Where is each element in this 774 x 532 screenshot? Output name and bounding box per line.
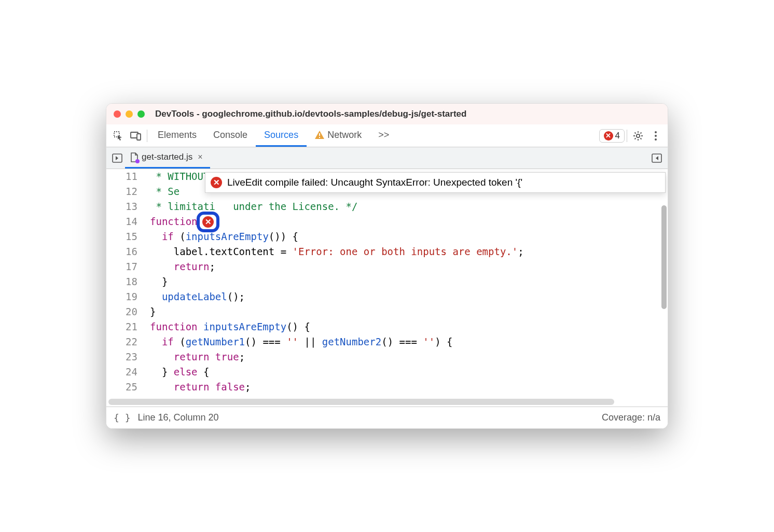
code-line[interactable]: function inputsAreEmpty() {	[150, 319, 668, 334]
code-line[interactable]: function	[150, 214, 668, 229]
error-icon: ✕	[604, 131, 613, 141]
scrollbar-thumb[interactable]	[108, 399, 614, 405]
scrollbar-thumb[interactable]	[661, 205, 667, 309]
device-toolbar-icon[interactable]	[127, 127, 145, 145]
line-number-gutter: 111213141516171819202122232425	[106, 169, 148, 397]
editor: 111213141516171819202122232425 * WITHOUT…	[106, 169, 668, 397]
code-content[interactable]: * WITHOUT WARRANTIES OR CONDITIONS OF AN…	[148, 169, 668, 397]
file-tab-name: get-started.js	[142, 152, 192, 162]
line-number[interactable]: 25	[106, 380, 137, 395]
tab-label: Network	[327, 130, 362, 141]
close-tab-icon[interactable]: ×	[196, 152, 204, 162]
code-line[interactable]: updateLabel();	[150, 289, 668, 304]
tab-network[interactable]: Network	[307, 124, 370, 147]
window-title: DevTools - googlechrome.github.io/devtoo…	[155, 109, 466, 119]
close-window-button[interactable]	[114, 110, 121, 118]
line-number[interactable]: 11	[106, 169, 137, 184]
line-number[interactable]: 20	[106, 304, 137, 319]
error-marker-highlight: ✕	[197, 212, 219, 232]
code-line[interactable]: if (getNumber1() === '' || getNumber2() …	[150, 334, 668, 349]
traffic-lights	[114, 110, 145, 118]
file-tab-bar: get-started.js ×	[106, 147, 668, 169]
file-tab[interactable]: get-started.js ×	[125, 147, 210, 169]
line-number[interactable]: 15	[106, 229, 137, 244]
titlebar: DevTools - googlechrome.github.io/devtoo…	[106, 104, 668, 124]
pretty-print-icon[interactable]: { }	[114, 412, 131, 423]
devtools-window: DevTools - googlechrome.github.io/devtoo…	[106, 103, 668, 429]
tab-more[interactable]: >>	[370, 124, 397, 147]
maximize-window-button[interactable]	[137, 110, 145, 118]
separator	[627, 130, 627, 142]
line-number[interactable]: 16	[106, 244, 137, 259]
code-line[interactable]: return false;	[150, 380, 668, 395]
code-line[interactable]: return true;	[150, 349, 668, 365]
line-number[interactable]: 18	[106, 274, 137, 289]
horizontal-scrollbar[interactable]	[106, 397, 668, 407]
error-icon: ✕	[211, 177, 222, 188]
coverage-status: Coverage: n/a	[602, 412, 660, 423]
line-number[interactable]: 24	[106, 365, 137, 380]
code-line[interactable]: } else {	[150, 365, 668, 380]
warning-icon	[315, 131, 324, 139]
line-number[interactable]: 19	[106, 289, 137, 304]
error-count: 4	[615, 131, 620, 141]
tab-elements[interactable]: Elements	[149, 124, 205, 147]
code-line[interactable]: }	[150, 304, 668, 319]
settings-icon[interactable]	[629, 127, 647, 145]
code-editor[interactable]: 111213141516171819202122232425 * WITHOUT…	[106, 169, 668, 397]
show-navigator-icon[interactable]	[109, 150, 125, 166]
svg-point-8	[655, 138, 657, 141]
modified-dot-icon	[135, 159, 140, 163]
file-icon	[130, 152, 139, 162]
tab-sources[interactable]: Sources	[256, 124, 307, 147]
svg-point-5	[637, 134, 640, 137]
svg-rect-2	[137, 134, 141, 140]
inspect-element-icon[interactable]	[109, 127, 127, 145]
error-tooltip: ✕ LiveEdit compile failed: Uncaught Synt…	[205, 172, 666, 193]
panel-tabs: Elements Console Sources Network >>	[149, 124, 397, 147]
svg-point-6	[655, 131, 657, 133]
line-number[interactable]: 21	[106, 319, 137, 334]
tab-console[interactable]: Console	[205, 124, 256, 147]
code-line[interactable]: label.textContent = 'Error: one or both …	[150, 244, 668, 259]
error-icon: ✕	[202, 216, 214, 228]
kebab-menu-icon[interactable]	[647, 127, 665, 145]
code-line[interactable]: * limitati under the License. */	[150, 199, 668, 214]
more-tabs-label: >>	[378, 130, 389, 141]
line-number[interactable]: 12	[106, 184, 137, 199]
show-debugger-icon[interactable]	[649, 150, 665, 166]
code-line[interactable]: }	[150, 274, 668, 289]
separator	[147, 130, 147, 142]
svg-point-7	[655, 135, 657, 137]
error-tooltip-text: LiveEdit compile failed: Uncaught Syntax…	[227, 177, 522, 188]
minimize-window-button[interactable]	[126, 110, 133, 118]
code-line[interactable]: if (inputsAreEmpty()) {	[150, 229, 668, 244]
main-toolbar: Elements Console Sources Network >> ✕ 4	[106, 124, 668, 147]
line-number[interactable]: 23	[106, 349, 137, 365]
tab-label: Sources	[264, 130, 298, 141]
line-number[interactable]: 17	[106, 259, 137, 274]
tab-label: Elements	[158, 130, 197, 141]
svg-rect-4	[319, 137, 320, 138]
tab-label: Console	[213, 130, 247, 141]
status-bar: { } Line 16, Column 20 Coverage: n/a	[106, 407, 668, 428]
line-number[interactable]: 13	[106, 199, 137, 214]
line-number[interactable]: 14	[106, 214, 137, 229]
vertical-scrollbar[interactable]	[660, 169, 668, 397]
code-line[interactable]: return;	[150, 259, 668, 274]
error-count-badge[interactable]: ✕ 4	[599, 129, 625, 143]
cursor-position: Line 16, Column 20	[138, 412, 219, 423]
svg-rect-3	[319, 133, 320, 136]
line-number[interactable]: 22	[106, 334, 137, 349]
